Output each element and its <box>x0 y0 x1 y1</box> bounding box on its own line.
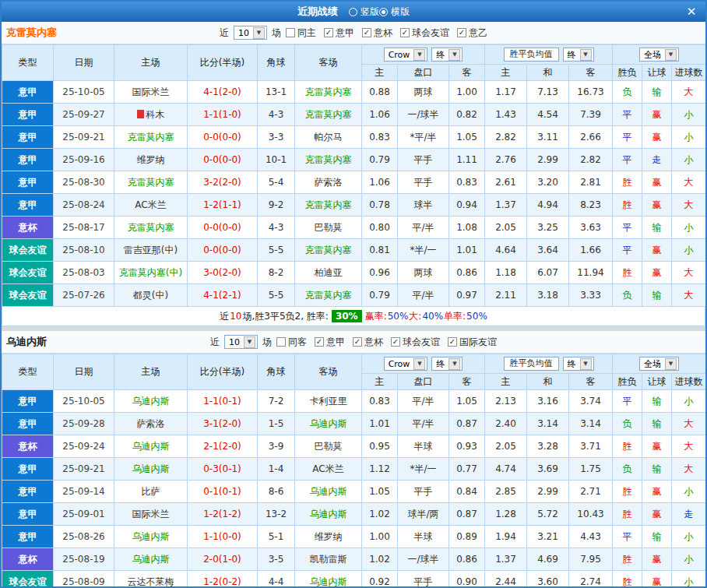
home-team-name: 维罗纳 <box>137 154 165 165</box>
home-team-name: 乌迪内斯 <box>132 441 170 452</box>
asia-odds-away: 0.90 <box>449 571 485 588</box>
home-team[interactable]: 都灵(中) <box>114 284 188 307</box>
odds-company-select[interactable]: Crow▼ <box>384 357 428 371</box>
away-team[interactable]: 卡利亚里 <box>295 390 362 413</box>
chevron-down-icon: ▼ <box>580 358 592 370</box>
filter-checkbox[interactable]: 同主 <box>286 26 316 40</box>
handicap-result: 输 <box>642 458 672 481</box>
home-team[interactable]: 克雷莫内塞 <box>114 217 188 239</box>
away-team[interactable]: 克雷莫内塞 <box>295 149 362 171</box>
home-team[interactable]: 雷吉亚那(中) <box>114 239 188 262</box>
checkbox-icon[interactable]: ✓ <box>400 28 410 37</box>
away-team[interactable]: 乌迪内斯 <box>295 413 362 435</box>
dialog-title: 近期战绩 <box>297 5 338 19</box>
home-team[interactable]: 国际米兰 <box>114 81 188 104</box>
col-date: 日期 <box>54 354 114 390</box>
col-corner: 角球 <box>258 45 295 81</box>
filter-checkbox[interactable]: ✓意甲 <box>315 336 345 349</box>
filter-checkbox[interactable]: ✓球会友谊 <box>400 26 449 40</box>
europe-final-value: 终 <box>568 358 576 370</box>
home-team[interactable]: 比萨 <box>114 481 188 503</box>
checkbox-label: 同客 <box>288 336 307 349</box>
away-team-name: 克雷莫内塞 <box>305 86 352 97</box>
home-team[interactable]: 国际米兰 <box>114 503 188 526</box>
away-team[interactable]: 柏迪亚 <box>295 262 362 284</box>
europe-final-select[interactable]: 终▼ <box>563 48 594 62</box>
chevron-down-icon: ▼ <box>665 358 677 370</box>
checkbox-icon[interactable]: ✓ <box>362 28 371 37</box>
checkbox-icon[interactable]: ✓ <box>391 337 400 347</box>
checkbox-icon[interactable] <box>276 337 286 347</box>
match-score: 3-1(2-0) <box>188 413 258 435</box>
asia-final-select[interactable]: 终▼ <box>431 48 463 62</box>
asia-odds-away: 0.86 <box>449 548 485 571</box>
away-team[interactable]: 克雷莫内塞 <box>295 104 362 126</box>
home-team[interactable]: 乌迪内斯 <box>114 390 188 413</box>
home-team[interactable]: AC米兰 <box>114 194 188 217</box>
col-handicap-result: 让球 <box>642 374 672 390</box>
checkbox-icon[interactable]: ✓ <box>324 28 333 37</box>
asia-odds-away: 0.83 <box>449 171 485 194</box>
odds-company-select[interactable]: Crow▼ <box>384 48 428 62</box>
match-count-select[interactable]: 10▼ <box>234 26 267 40</box>
col-result: 胜负 <box>613 65 642 81</box>
europe-odds-draw: 4.94 <box>527 194 569 217</box>
match-count-select[interactable]: 10▼ <box>224 335 258 349</box>
scope-select[interactable]: 全场▼ <box>639 48 679 62</box>
europe-odds-away: 11.94 <box>569 262 613 284</box>
away-team[interactable]: 乌迪内斯 <box>295 571 362 588</box>
home-team-name: 乌迪内斯 <box>132 554 170 565</box>
checkbox-icon[interactable]: ✓ <box>315 337 324 347</box>
scope-select[interactable]: 全场▼ <box>639 357 679 371</box>
away-team[interactable]: 巴勒莫 <box>295 435 362 458</box>
home-team[interactable]: 云达不莱梅 <box>114 571 188 588</box>
filter-checkbox[interactable]: ✓意甲 <box>324 26 354 40</box>
home-team[interactable]: 乌迪内斯 <box>114 526 188 548</box>
home-team[interactable]: 克雷莫内塞(中) <box>114 262 188 284</box>
filter-checkbox[interactable]: ✓国际友谊 <box>448 336 497 349</box>
close-icon[interactable]: ✕ <box>684 4 699 19</box>
away-team[interactable]: AC米兰 <box>295 458 362 481</box>
away-team[interactable]: 帕尔马 <box>295 126 362 149</box>
filter-checkbox[interactable]: ✓意杯 <box>353 336 383 349</box>
europe-odds-draw: 2.99 <box>527 149 569 171</box>
home-team[interactable]: 克雷莫内塞 <box>114 126 188 149</box>
filter-checkbox[interactable]: ✓意乙 <box>457 26 487 40</box>
home-team[interactable]: 萨索洛 <box>114 413 188 435</box>
europe-odds-draw: 3.14 <box>527 413 569 435</box>
away-team[interactable]: 巴勒莫 <box>295 217 362 239</box>
asia-odds-home: 0.95 <box>362 435 398 458</box>
away-team[interactable]: 凯勒雷斯 <box>295 548 362 571</box>
away-team[interactable]: 克雷莫内塞 <box>295 81 362 104</box>
filter-checkbox[interactable]: 同客 <box>276 336 307 349</box>
col-corner: 角球 <box>258 354 295 390</box>
checkbox-icon[interactable]: ✓ <box>353 337 362 347</box>
asia-odds-line: 球半 <box>398 194 449 217</box>
home-team[interactable]: 克雷莫内塞 <box>114 171 188 194</box>
checkbox-icon[interactable]: ✓ <box>448 337 457 347</box>
away-team[interactable]: 克雷莫内塞 <box>295 194 362 217</box>
col-asia-home: 主 <box>362 65 398 81</box>
result: 胜 <box>613 171 642 194</box>
away-team[interactable]: 乌迪内斯 <box>295 503 362 526</box>
checkbox-icon[interactable] <box>286 28 295 37</box>
filter-checkbox[interactable]: ✓球会友谊 <box>391 336 440 349</box>
away-team[interactable]: 维罗纳 <box>295 526 362 548</box>
view-mode-radio[interactable]: 竖版 <box>349 5 379 19</box>
checkbox-icon[interactable]: ✓ <box>457 28 466 37</box>
view-mode-radio[interactable]: 横版 <box>379 5 410 19</box>
away-team[interactable]: 萨索洛 <box>295 171 362 194</box>
filter-checkbox[interactable]: ✓意杯 <box>362 26 392 40</box>
away-team[interactable]: 乌迪内斯 <box>295 481 362 503</box>
home-team[interactable]: 乌迪内斯 <box>114 435 188 458</box>
home-team[interactable]: 科木 <box>114 104 188 126</box>
match-type-badge: 意甲 <box>2 481 54 503</box>
europe-final-select[interactable]: 终▼ <box>563 357 594 371</box>
home-team[interactable]: 乌迪内斯 <box>114 548 188 571</box>
away-team[interactable]: 克雷莫内塞 <box>295 284 362 307</box>
asia-final-select[interactable]: 终▼ <box>431 357 463 371</box>
home-team[interactable]: 乌迪内斯 <box>114 458 188 481</box>
away-team[interactable]: 克雷莫内塞 <box>295 239 362 262</box>
home-team[interactable]: 维罗纳 <box>114 149 188 171</box>
matches-body: 意甲25-10-05乌迪内斯1-1(0-1)7-2卡利亚里0.83平/半1.05… <box>2 390 706 588</box>
